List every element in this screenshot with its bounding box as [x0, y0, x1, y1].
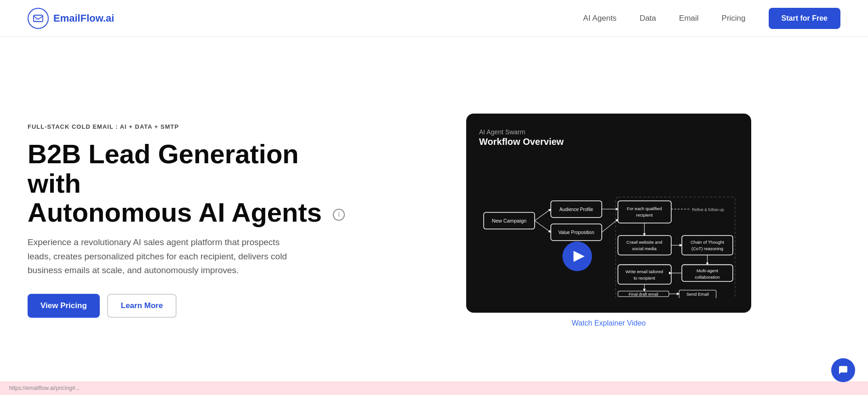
svg-line-4 [535, 221, 551, 232]
start-for-free-button[interactable]: Start for Free [769, 8, 840, 29]
logo[interactable]: EmailFlow.ai [28, 8, 114, 29]
nav-link-ai-agents[interactable]: AI Agents [583, 14, 617, 23]
svg-text:(CoT) reasoning: (CoT) reasoning [691, 246, 723, 251]
svg-text:to recipient: to recipient [634, 275, 655, 281]
svg-text:social media: social media [632, 246, 657, 251]
info-icon[interactable]: i [333, 209, 345, 221]
nav-link-pricing[interactable]: Pricing [722, 14, 746, 23]
chat-bubble[interactable] [831, 358, 855, 382]
svg-text:Crawl website and: Crawl website and [627, 240, 662, 245]
svg-text:Value Proposition: Value Proposition [558, 230, 594, 235]
flow-diagram: New Campaign Audience Profile Value Prop… [479, 152, 738, 300]
hero-left: FULL-STACK COLD EMAIL : AI + DATA + SMTP… [28, 123, 349, 318]
svg-text:Chain of Thought: Chain of Thought [691, 240, 724, 245]
hero-right: AI Agent Swarm Workflow Overview New Cam… [377, 114, 840, 327]
diagram-container: AI Agent Swarm Workflow Overview New Cam… [466, 114, 751, 313]
nav-link-email[interactable]: Email [679, 14, 699, 23]
logo-icon [28, 8, 49, 29]
svg-text:For each qualified: For each qualified [627, 206, 662, 211]
nav-link-data[interactable]: Data [640, 14, 656, 23]
hero-title-line2: Autonomous AI Agents [28, 197, 322, 227]
navbar: EmailFlow.ai AI Agents Data Email Pricin… [0, 0, 868, 37]
svg-text:recipient: recipient [636, 212, 653, 218]
logo-text: EmailFlow.ai [53, 12, 114, 24]
diagram-title: Workflow Overview [479, 137, 738, 147]
svg-rect-11 [618, 201, 671, 223]
hero-description: Experience a revolutionary AI sales agen… [28, 235, 294, 277]
view-pricing-button[interactable]: View Pricing [28, 294, 100, 318]
hero-eyebrow: FULL-STACK COLD EMAIL : AI + DATA + SMTP [28, 123, 349, 130]
hero-section: FULL-STACK COLD EMAIL : AI + DATA + SMTP… [0, 37, 868, 395]
svg-text:collaboration: collaboration [695, 275, 720, 280]
svg-rect-17 [618, 235, 671, 255]
svg-text:Audience Profile: Audience Profile [560, 207, 594, 212]
diagram-label: AI Agent Swarm [479, 128, 738, 136]
hero-title-line1: B2B Lead Generation with [28, 139, 299, 198]
svg-line-3 [535, 209, 551, 221]
svg-text:Write email tailored: Write email tailored [626, 269, 663, 274]
svg-text:New Campaign: New Campaign [492, 218, 527, 223]
svg-text:Final draft email: Final draft email [628, 292, 658, 297]
bottom-bar-text: https://emailflow.ai/pricing#... [9, 385, 80, 391]
svg-text:Send Email: Send Email [686, 292, 709, 297]
hero-buttons: View Pricing Learn More [28, 294, 349, 318]
hero-title: B2B Lead Generation with Autonomous AI A… [28, 139, 349, 227]
nav-links: AI Agents Data Email Pricing Start for F… [583, 8, 840, 29]
bottom-bar: https://emailflow.ai/pricing#... [0, 381, 868, 395]
svg-rect-29 [618, 265, 671, 284]
watch-explainer-link[interactable]: Watch Explainer Video [572, 319, 646, 327]
learn-more-button[interactable]: Learn More [107, 294, 177, 318]
svg-text:Refine & follow-up: Refine & follow-up [692, 207, 724, 212]
svg-text:Multi-agent: Multi-agent [697, 268, 719, 273]
svg-rect-21 [682, 235, 733, 255]
